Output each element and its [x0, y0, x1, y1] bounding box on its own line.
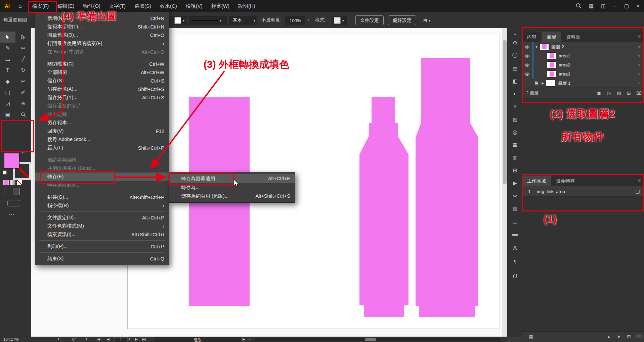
opacity-more-icon[interactable]: › — [307, 17, 309, 22]
first-artboard-icon[interactable]: |◀ — [97, 337, 100, 341]
vertical-scrollbar-thumb[interactable] — [503, 40, 507, 184]
symbol-sprayer-tool[interactable]: ✳ — [15, 98, 31, 109]
asset-export-panel-icon[interactable]: ◫ — [508, 216, 522, 226]
layer-row-area2[interactable]: area2 ○ — [522, 60, 644, 70]
eraser-tool[interactable]: ◆ — [0, 76, 15, 87]
actions-panel-icon[interactable]: ▶ — [508, 178, 522, 188]
layer-row-area1[interactable]: area1 ○ — [522, 51, 644, 61]
paintbrush-tool[interactable]: ✏ — [15, 43, 31, 54]
collect-for-export-icon[interactable]: ▣ — [594, 90, 604, 96]
minimize-icon[interactable]: ─ — [613, 3, 617, 9]
tab-libraries[interactable]: 資料庫 — [561, 32, 585, 42]
properties-panel-icon[interactable]: ⚙ — [508, 38, 522, 48]
layer-thumbnail[interactable] — [540, 43, 549, 50]
menu-view[interactable]: 檢視(V) — [181, 0, 207, 12]
line-segment-tool[interactable]: ╱ — [15, 54, 31, 65]
menu-item-browse-in-bridge[interactable]: 在 Bridge 中瀏覽...Alt+Ctrl+O — [35, 48, 169, 56]
artboard-tool[interactable]: ▣ — [0, 109, 15, 120]
alignment-options-dropdown[interactable]: ⊞ ▾ — [422, 16, 438, 25]
menu-item-package[interactable]: 封裝(G)...Alt+Shift+Ctrl+P — [35, 193, 169, 201]
scale-tool[interactable]: ◿ — [0, 98, 15, 109]
menu-item-close-all[interactable]: 全部關閉Alt+Ctrl+W — [35, 68, 169, 77]
move-up-icon[interactable]: ▲ — [604, 334, 614, 339]
menu-item-exit[interactable]: 結束(X)Ctrl+Q — [35, 254, 169, 263]
align-panel-icon[interactable]: ▥ — [508, 152, 522, 162]
menu-item-version-history[interactable]: 版本記錄 — [35, 110, 169, 118]
stroke-width-dropdown[interactable]: ▾ — [189, 16, 227, 25]
artboard-row[interactable]: 1 img_link_area ▢ — [522, 186, 644, 197]
last-artboard-icon[interactable]: ▶| — [142, 337, 146, 341]
menu-item-document-color-mode[interactable]: 文件色彩模式(M)› — [35, 222, 169, 230]
layer-row-layer1[interactable]: ▶ 圖層 1 ○ — [522, 79, 644, 88]
menu-item-place[interactable]: 置入(L)...Shift+Ctrl+P — [35, 144, 169, 152]
visibility-toggle[interactable] — [522, 69, 532, 79]
transform-panel-icon[interactable]: ⊞ — [508, 165, 522, 175]
menu-item-save[interactable]: 儲存(S)Ctrl+S — [35, 77, 169, 85]
menu-item-save-as[interactable]: 另存新檔(A)...Shift+Ctrl+S — [35, 85, 169, 93]
menu-item-open-recent[interactable]: 打開最近使用過的檔案(F)› — [35, 39, 169, 48]
artwork-bottle-small[interactable] — [359, 97, 409, 317]
artboard-dropdown-icon[interactable]: ▾ — [129, 337, 130, 341]
object-target-icon[interactable]: ○ — [638, 72, 640, 77]
menu-item-new-from-template[interactable]: 從範本新增(T)...Shift+Ctrl+N — [35, 22, 169, 31]
object-name[interactable]: area1 — [559, 53, 570, 58]
layer-name[interactable]: 圖層 1 — [558, 80, 570, 86]
transparency-panel-icon[interactable]: ▨ — [508, 114, 522, 124]
dock-layout-icon[interactable]: ◫ — [601, 3, 606, 9]
paragraph-panel-icon[interactable]: ¶ — [508, 257, 522, 267]
layer-target-icon[interactable]: ○ — [638, 81, 640, 86]
object-name[interactable]: area2 — [559, 62, 570, 67]
grid-options-icon[interactable]: ▦ — [526, 334, 536, 339]
horizontal-scrollbar-thumb[interactable] — [365, 338, 376, 341]
visibility-toggle[interactable] — [522, 79, 532, 88]
draw-normal-button[interactable] — [4, 188, 11, 195]
artwork-bottle-large[interactable] — [416, 58, 478, 317]
tab-properties[interactable]: 內容 — [522, 32, 542, 42]
scroll-left-icon[interactable]: ‹ — [249, 337, 250, 341]
delete-artboard-icon[interactable]: ⌧ — [634, 334, 644, 339]
menu-file[interactable]: 檔案(F) — [28, 0, 53, 12]
variables-panel-icon[interactable]: ▬ — [508, 229, 522, 239]
document-setup-button[interactable]: 文件設定 — [355, 15, 384, 25]
type-tool[interactable]: T — [0, 65, 15, 76]
menu-item-revert[interactable]: 回復(V)F12 — [35, 127, 169, 135]
close-icon[interactable]: × — [636, 3, 639, 9]
menu-item-print[interactable]: 列印(P)...Ctrl+P — [35, 242, 169, 251]
direct-selection-tool[interactable] — [15, 32, 31, 43]
artboards-panel-icon[interactable]: ▤ — [508, 63, 522, 73]
panel-menu-icon[interactable]: ≡ — [638, 32, 644, 42]
zoom-tool[interactable] — [15, 109, 31, 120]
menu-item-close[interactable]: 關閉檔案(C)Ctrl+W — [35, 60, 169, 68]
none-mode-button[interactable] — [17, 180, 22, 185]
color-mode-button[interactable] — [3, 180, 9, 185]
object-target-icon[interactable]: ○ — [638, 54, 640, 58]
links-panel-icon[interactable]: ∞ — [508, 191, 522, 201]
layer-name[interactable]: 圖層 2 — [551, 44, 564, 50]
pattern-panel-icon[interactable]: ▦ — [508, 140, 522, 150]
menu-help[interactable]: 說明(H) — [234, 0, 260, 12]
rotate-tool[interactable]: ↻ — [15, 65, 31, 76]
tab-layers[interactable]: 圖層 — [542, 32, 561, 42]
search-icon[interactable] — [576, 3, 582, 9]
menu-item-share-for-review[interactable]: 共用以供審核 (Beta)... — [35, 164, 169, 173]
menu-item-save-as-template[interactable]: 另存範本... — [35, 118, 169, 127]
menu-item-scripts[interactable]: 指令檔(R)› — [35, 201, 169, 210]
opentype-panel-icon[interactable]: O — [508, 271, 522, 281]
object-target-icon[interactable]: ○ — [638, 63, 640, 67]
object-thumbnail[interactable] — [547, 52, 556, 59]
menu-item-open[interactable]: 開啟舊檔(O)...Ctrl+O — [35, 31, 169, 39]
panel-menu-icon[interactable]: ≡ — [638, 176, 644, 186]
stroke-panel-icon[interactable]: ≡ — [508, 101, 522, 111]
visibility-toggle[interactable] — [522, 51, 532, 60]
menu-effect[interactable]: 效果(C) — [156, 0, 181, 12]
selection-tool[interactable] — [0, 32, 15, 43]
previous-artboard-icon[interactable]: ◀ — [107, 337, 110, 341]
vertical-scrollbar[interactable] — [502, 28, 508, 337]
object-name[interactable]: area3 — [559, 71, 570, 77]
visibility-toggle[interactable] — [522, 60, 532, 69]
screen-mode-button[interactable] — [7, 200, 20, 206]
image-trace-panel-icon[interactable]: ▩ — [508, 203, 522, 213]
submenu-item-export-for-screens[interactable]: 轉存為螢幕適用...Alt+Ctrl+E — [169, 174, 295, 183]
horizontal-scrollbar[interactable] — [255, 338, 501, 341]
preferences-button[interactable]: 偏好設定 — [388, 15, 416, 25]
